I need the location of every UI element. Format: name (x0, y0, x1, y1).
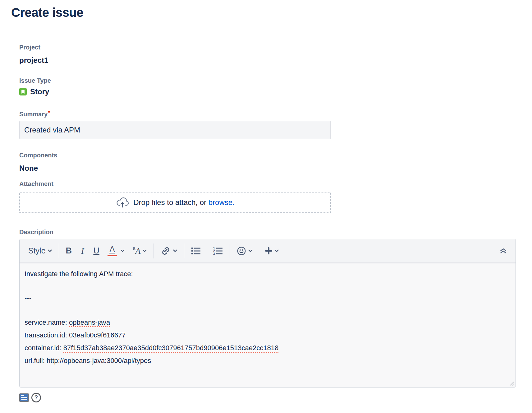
link-icon (161, 246, 171, 256)
chevron-down-icon (248, 249, 252, 252)
clear-formatting-icon: aA (133, 246, 140, 256)
editor-footer: ? (19, 392, 532, 403)
chevron-down-icon (173, 249, 177, 252)
description-textarea[interactable]: Investigate the following APM trace:---s… (20, 263, 516, 387)
double-chevron-up-icon (500, 248, 507, 254)
numbered-list-button[interactable]: 1 2 3 (211, 246, 225, 256)
project-label: Project (19, 44, 529, 51)
emoji-icon (237, 246, 246, 256)
create-issue-page: Create issue Project project1 Issue Type… (0, 0, 532, 403)
underline-button[interactable]: U (91, 245, 101, 257)
dropzone-text: Drop files to attach, or browse. (133, 198, 235, 207)
cloud-upload-icon (116, 197, 129, 208)
components-value: None (19, 164, 529, 173)
description-paragraph: service.name: opbeans-javatransaction.id… (25, 316, 511, 367)
numbered-list-icon: 1 2 3 (213, 247, 223, 255)
issue-type-row: Story (19, 87, 529, 96)
attachment-dropzone[interactable]: Drop files to attach, or browse. (19, 192, 331, 213)
description-text: service.name: (25, 318, 69, 326)
emoji-dropdown[interactable] (235, 245, 254, 257)
toolbar-divider (230, 244, 230, 258)
chevron-down-icon (48, 249, 52, 252)
description-paragraph: --- (25, 292, 511, 304)
description-text: url.full: http://opbeans-java:3000/api/t… (25, 357, 151, 364)
description-paragraph: Investigate the following APM trace: (25, 267, 511, 280)
description-text: container.id: (25, 344, 63, 352)
text-color-button[interactable]: A (106, 244, 119, 258)
description-text: transaction.id: 03eafb0c9f616677 (25, 331, 126, 339)
issue-type-value: Story (30, 87, 49, 96)
browse-link[interactable]: browse. (209, 198, 235, 206)
wiki-markup-toggle-icon[interactable] (19, 393, 29, 402)
text-color-icon: A (108, 245, 117, 256)
insert-more-dropdown[interactable] (263, 246, 281, 256)
required-asterisk: * (48, 110, 50, 116)
italic-button[interactable]: I (78, 245, 87, 257)
issue-type-label: Issue Type (19, 77, 529, 84)
collapse-toolbar-button[interactable] (498, 247, 509, 255)
summary-input[interactable] (19, 121, 331, 139)
description-label: Description (19, 228, 529, 236)
style-dropdown-label: Style (28, 246, 46, 255)
clear-formatting-dropdown[interactable]: aA (131, 245, 149, 257)
bold-icon: B (66, 246, 72, 256)
description-text: --- (25, 294, 31, 302)
description-text: Investigate the following APM trace: (25, 270, 133, 278)
components-label: Components (19, 151, 529, 159)
chevron-down-icon (275, 249, 279, 252)
resize-handle[interactable] (510, 381, 514, 386)
toolbar-divider (184, 244, 184, 258)
italic-icon: I (80, 246, 85, 256)
toolbar-divider (59, 244, 59, 258)
help-glyph: ? (34, 394, 38, 401)
bold-button[interactable]: B (64, 245, 74, 257)
link-dropdown[interactable] (159, 245, 179, 257)
page-title: Create issue (11, 5, 532, 20)
create-issue-form: Project project1 Issue Type Story Summar… (19, 44, 529, 387)
attachment-label: Attachment (19, 180, 529, 188)
summary-label: Summary* (19, 110, 529, 118)
misspelled-text: 87f15d37ab38ae2370ae35dd0fc307961757bd90… (63, 344, 278, 353)
bullet-list-icon (191, 247, 201, 255)
help-icon[interactable]: ? (31, 393, 41, 402)
story-bookmark-icon (19, 88, 27, 95)
toolbar-divider (154, 244, 154, 258)
project-value: project1 (19, 56, 529, 65)
text-color-dropdown[interactable] (119, 248, 126, 253)
editor-toolbar: Style B I U A (20, 239, 516, 263)
bullet-list-button[interactable] (189, 246, 203, 256)
svg-text:3: 3 (213, 252, 215, 255)
style-dropdown[interactable]: Style (26, 245, 54, 257)
chevron-down-icon (143, 249, 147, 252)
description-editor: Style B I U A (19, 239, 516, 387)
misspelled-text: opbeans-java (69, 318, 110, 327)
plus-icon (265, 247, 273, 255)
underline-icon: U (93, 246, 99, 256)
chevron-down-icon (121, 249, 125, 252)
